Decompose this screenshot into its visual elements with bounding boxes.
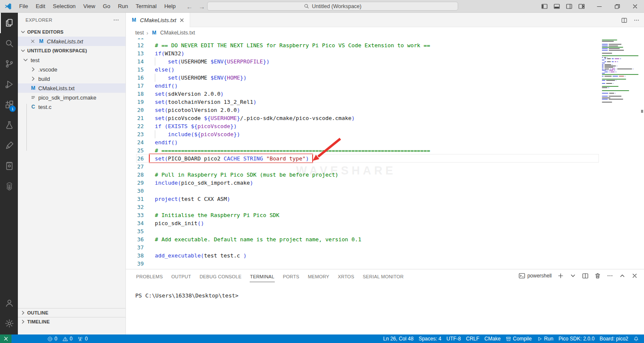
remote-indicator[interactable] bbox=[0, 334, 11, 343]
panel-tab-xrtos[interactable]: XRTOS bbox=[337, 271, 355, 282]
code-line-27[interactable]: 27 bbox=[126, 163, 644, 171]
close-icon[interactable] bbox=[30, 38, 36, 44]
tree-item-cmakelists-txt[interactable]: MCMakeLists.txt bbox=[18, 83, 125, 93]
code-line-26[interactable]: 26set(PICO_BOARD pico2 CACHE STRING "Boa… bbox=[126, 154, 644, 163]
forward-icon[interactable]: → bbox=[199, 3, 205, 10]
activity-raspberry-pi[interactable] bbox=[0, 176, 18, 197]
ellipsis-icon[interactable] bbox=[607, 272, 613, 279]
trash-icon[interactable] bbox=[594, 272, 601, 279]
tree-item-vscode[interactable]: .vscode bbox=[18, 65, 125, 74]
chevron-up-icon[interactable] bbox=[619, 272, 626, 279]
tree-item-test-c[interactable]: Ctest.c bbox=[18, 102, 125, 111]
layout-sidebar-right-icon[interactable] bbox=[566, 3, 573, 10]
open-editors-header[interactable]: OPEN EDITORS bbox=[18, 27, 125, 37]
restore-icon[interactable] bbox=[614, 3, 621, 10]
status-run[interactable]: Run bbox=[534, 334, 556, 343]
tree-item-build[interactable]: build bbox=[18, 74, 125, 83]
code-line-34[interactable]: 34pico_sdk_init() bbox=[126, 219, 644, 227]
back-icon[interactable]: ← bbox=[186, 3, 193, 10]
menu-selection[interactable]: Selection bbox=[49, 0, 79, 13]
code-line-33[interactable]: 33# Initialise the Raspberry Pi Pico SDK bbox=[126, 211, 644, 219]
shell-selector[interactable]: powershell bbox=[519, 272, 552, 279]
status-warnings[interactable]: 0 bbox=[60, 334, 75, 343]
minimap[interactable] bbox=[602, 40, 640, 103]
outline-header[interactable]: OUTLINE bbox=[18, 308, 125, 317]
breadcrumb-file[interactable]: CMakeLists.txt bbox=[160, 30, 195, 36]
panel-tab-problems[interactable]: PROBLEMS bbox=[136, 271, 163, 282]
code-line-16[interactable]: 16 set(USERHOME $ENV{HOME}) bbox=[126, 74, 644, 82]
tree-item-pico-sdk-import-cmake[interactable]: pico_sdk_import.cmake bbox=[18, 93, 125, 102]
more-actions-icon[interactable] bbox=[633, 17, 640, 23]
close-icon[interactable] bbox=[631, 272, 638, 279]
close-icon[interactable] bbox=[632, 3, 638, 10]
activity-search[interactable] bbox=[0, 33, 18, 54]
code-line-39[interactable]: 39 bbox=[126, 260, 644, 268]
workspace-header[interactable]: UNTITLED (WORKSPACE) bbox=[18, 46, 125, 55]
panel-tab-debug-console[interactable]: DEBUG CONSOLE bbox=[199, 271, 242, 282]
menu-run[interactable]: Run bbox=[114, 0, 132, 13]
menu-view[interactable]: View bbox=[80, 0, 99, 13]
activity-pico-project[interactable] bbox=[0, 135, 18, 156]
activity-account[interactable] bbox=[0, 293, 18, 313]
layout-sidebar-left-icon[interactable] bbox=[541, 3, 548, 10]
code-line-29[interactable]: 29include(pico_sdk_import.cmake) bbox=[126, 179, 644, 187]
activity-run-debug[interactable] bbox=[0, 74, 18, 94]
breadcrumb-folder[interactable]: test bbox=[135, 30, 144, 36]
panel-tab-terminal[interactable]: TERMINAL bbox=[250, 271, 275, 282]
panel-tab-serial-monitor[interactable]: SERIAL MONITOR bbox=[362, 271, 404, 282]
activity-settings[interactable] bbox=[0, 313, 18, 334]
activity-testing[interactable] bbox=[0, 115, 18, 135]
menu-edit[interactable]: Edit bbox=[32, 0, 49, 13]
code-line-28[interactable]: 28# Pull in Raspberry Pi Pico SDK (must … bbox=[126, 171, 644, 179]
code-line-31[interactable]: 31project(test C CXX ASM) bbox=[126, 195, 644, 203]
timeline-header[interactable]: TIMELINE bbox=[18, 317, 125, 326]
code-line-24[interactable]: 24endif() bbox=[126, 138, 644, 146]
code-line-19[interactable]: 19set(toolchainVersion 13_2_Rel1) bbox=[126, 98, 644, 106]
status-board[interactable]: Board: pico2 bbox=[597, 334, 631, 343]
split-editor-icon[interactable] bbox=[621, 17, 627, 23]
activity-extensions[interactable]: 1 bbox=[0, 94, 18, 115]
code-line-17[interactable]: 17endif() bbox=[126, 82, 644, 90]
menu-go[interactable]: Go bbox=[99, 0, 114, 13]
command-center[interactable]: Untitled (Workspace) bbox=[207, 2, 458, 11]
status-ports-forwarded[interactable]: 0 bbox=[75, 334, 90, 343]
menu-file[interactable]: File bbox=[15, 0, 32, 13]
open-editor-item[interactable]: M CMakeLists.txt bbox=[18, 37, 125, 46]
menu-terminal[interactable]: Terminal bbox=[132, 0, 160, 13]
code-line-38[interactable]: 38add_executable(test test.c ) bbox=[126, 252, 644, 260]
code-line-30[interactable]: 30 bbox=[126, 187, 644, 195]
status-notifications[interactable] bbox=[631, 334, 641, 343]
activity-explorer[interactable] bbox=[0, 13, 18, 33]
menu-help[interactable]: Help bbox=[160, 0, 180, 13]
code-line-20[interactable]: 20set(picotoolVersion 2.0.0) bbox=[126, 106, 644, 114]
tab-cmakelists[interactable]: M CMakeLists.txt bbox=[126, 13, 190, 27]
code-line-32[interactable]: 32 bbox=[126, 203, 644, 211]
chevron-down-icon[interactable] bbox=[570, 272, 576, 279]
status-pico-sdk-version[interactable]: Pico SDK: 2.0.0 bbox=[556, 334, 597, 343]
panel-tab-output[interactable]: OUTPUT bbox=[171, 271, 191, 282]
terminal-content[interactable]: PS C:\Users\16338\Desktop\test> bbox=[126, 283, 644, 334]
status-language-mode[interactable]: CMake bbox=[482, 334, 503, 343]
status-compile[interactable]: Compile bbox=[503, 334, 534, 343]
status-cursor-position[interactable]: Ln 26, Col 48 bbox=[381, 334, 416, 343]
code-line-23[interactable]: 23 include(${picoVscode}) bbox=[126, 130, 644, 138]
panel-tab-memory[interactable]: MEMORY bbox=[308, 271, 330, 282]
code-line-14[interactable]: 14 set(USERHOME $ENV{USERPROFILE}) bbox=[126, 57, 644, 66]
code-line-12[interactable]: 12# == DO NEVER EDIT THE NEXT LINES for … bbox=[126, 41, 644, 49]
activity-source-control[interactable] bbox=[0, 54, 18, 74]
code-line-13[interactable]: 13if(WIN32) bbox=[126, 49, 644, 57]
code-line-21[interactable]: 21set(picoVscode ${USERHOME}/.pico-sdk/c… bbox=[126, 114, 644, 122]
layout-customize-icon[interactable] bbox=[578, 3, 585, 10]
tab-close-icon[interactable] bbox=[179, 17, 185, 23]
minimize-icon[interactable] bbox=[596, 3, 603, 10]
status-indentation[interactable]: Spaces: 4 bbox=[416, 334, 444, 343]
status-errors[interactable]: 0 bbox=[45, 334, 60, 343]
code-line-35[interactable]: 35 bbox=[126, 227, 644, 235]
code-line-36[interactable]: 36# Add executable. Default name is the … bbox=[126, 235, 644, 243]
split-icon[interactable] bbox=[582, 272, 589, 279]
code-editor[interactable]: WAVESHARE 1112# == DO NEVER EDIT THE NEX… bbox=[126, 38, 644, 269]
code-line-15[interactable]: 15else() bbox=[126, 66, 644, 74]
code-line-11[interactable]: 11 bbox=[126, 38, 644, 41]
panel-tab-ports[interactable]: PORTS bbox=[282, 271, 300, 282]
activity-memory-inspector[interactable] bbox=[0, 156, 18, 176]
